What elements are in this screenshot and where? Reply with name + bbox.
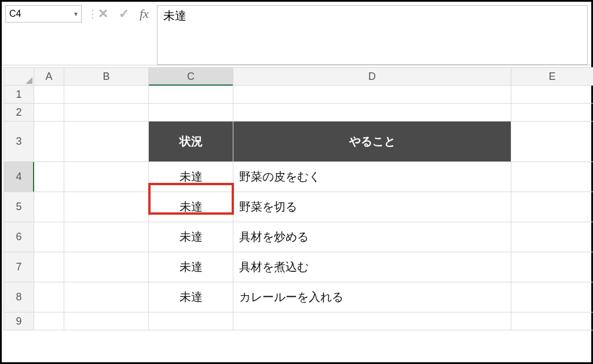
dropdown-icon[interactable]: ▾ [74, 10, 78, 18]
fx-icon[interactable]: fx [140, 6, 149, 21]
cell[interactable] [511, 252, 594, 282]
formula-bar-row: C4 ▾ ✕ ✓ fx 未達 [2, 2, 591, 65]
cell[interactable] [511, 104, 594, 122]
cell-task[interactable]: 具材を炒める [233, 222, 511, 252]
row-header[interactable]: 3 [4, 122, 34, 162]
cell[interactable] [233, 86, 511, 104]
row-7: 7 未達 具材を煮込む [4, 252, 594, 282]
cell-status[interactable]: 未達 [149, 222, 233, 252]
formula-value: 未達 [163, 9, 186, 22]
cell[interactable] [511, 162, 594, 192]
cell[interactable] [64, 312, 149, 330]
cell[interactable] [34, 192, 64, 222]
cell-task[interactable]: 具材を煮込む [233, 252, 511, 282]
cell[interactable] [149, 104, 233, 122]
row-1: 1 [4, 86, 594, 104]
cell[interactable] [64, 122, 149, 162]
cell[interactable] [511, 86, 594, 104]
grid-area: A B C D E 1 2 3 状況 [3, 67, 590, 361]
cell-status[interactable]: 未達 [149, 282, 233, 312]
cell[interactable] [149, 86, 233, 104]
row-header[interactable]: 1 [4, 86, 34, 104]
cell[interactable] [34, 252, 64, 282]
col-header-D[interactable]: D [233, 68, 511, 86]
formula-buttons: ✕ ✓ fx [94, 5, 151, 23]
row-5: 5 未達 野菜を切る [4, 192, 594, 222]
col-header-E[interactable]: E [511, 68, 594, 86]
spreadsheet-app: C4 ▾ ✕ ✓ fx 未達 A B C D E [0, 0, 593, 364]
row-9: 9 [4, 312, 594, 330]
name-box[interactable]: C4 ▾ [5, 5, 82, 23]
cell-task[interactable]: カレールーを入れる [233, 282, 511, 312]
cell[interactable] [233, 312, 511, 330]
cell[interactable] [34, 222, 64, 252]
col-header-C[interactable]: C [149, 68, 233, 86]
cell[interactable] [34, 282, 64, 312]
formula-input[interactable]: 未達 [157, 5, 588, 65]
table-header-status[interactable]: 状況 [149, 122, 233, 162]
row-6: 6 未達 具材を炒める [4, 222, 594, 252]
cell[interactable] [34, 122, 64, 162]
column-header-row: A B C D E [4, 68, 594, 86]
cell[interactable] [64, 104, 149, 122]
cell[interactable] [511, 192, 594, 222]
cell[interactable] [34, 104, 64, 122]
row-3: 3 状況 やること [4, 122, 594, 162]
cell[interactable] [511, 282, 594, 312]
select-all-corner[interactable] [4, 68, 34, 86]
cell[interactable] [511, 312, 594, 330]
separator-icon [87, 5, 89, 23]
cell-status[interactable]: 未達 [149, 252, 233, 282]
row-header[interactable]: 7 [4, 252, 34, 282]
cell[interactable] [233, 104, 511, 122]
col-header-B[interactable]: B [64, 68, 149, 86]
cell-status[interactable]: 未達 [149, 192, 233, 222]
cell[interactable] [511, 122, 594, 162]
cell[interactable] [149, 312, 233, 330]
row-4: 4 未達 野菜の皮をむく [4, 162, 594, 192]
cell-task[interactable]: 野菜を切る [233, 192, 511, 222]
cell[interactable] [64, 252, 149, 282]
cell[interactable] [34, 86, 64, 104]
row-header[interactable]: 6 [4, 222, 34, 252]
col-header-A[interactable]: A [34, 68, 64, 86]
row-header[interactable]: 8 [4, 282, 34, 312]
table-header-task[interactable]: やること [233, 122, 511, 162]
row-header[interactable]: 5 [4, 192, 34, 222]
cell-status[interactable]: 未達 [149, 162, 233, 192]
cell[interactable] [64, 86, 149, 104]
cancel-icon[interactable]: ✕ [98, 8, 108, 20]
name-box-value: C4 [9, 9, 21, 19]
cell[interactable] [511, 222, 594, 252]
row-header[interactable]: 4 [4, 162, 34, 192]
cell[interactable] [64, 222, 149, 252]
spreadsheet-grid[interactable]: A B C D E 1 2 3 状況 [3, 67, 593, 330]
cell-task[interactable]: 野菜の皮をむく [233, 162, 511, 192]
row-2: 2 [4, 104, 594, 122]
cell[interactable] [64, 162, 149, 192]
row-header[interactable]: 2 [4, 104, 34, 122]
cell[interactable] [34, 162, 64, 192]
confirm-icon[interactable]: ✓ [119, 8, 129, 20]
cell[interactable] [64, 282, 149, 312]
cell[interactable] [34, 312, 64, 330]
row-8: 8 未達 カレールーを入れる [4, 282, 594, 312]
cell[interactable] [64, 192, 149, 222]
row-header[interactable]: 9 [4, 312, 34, 330]
